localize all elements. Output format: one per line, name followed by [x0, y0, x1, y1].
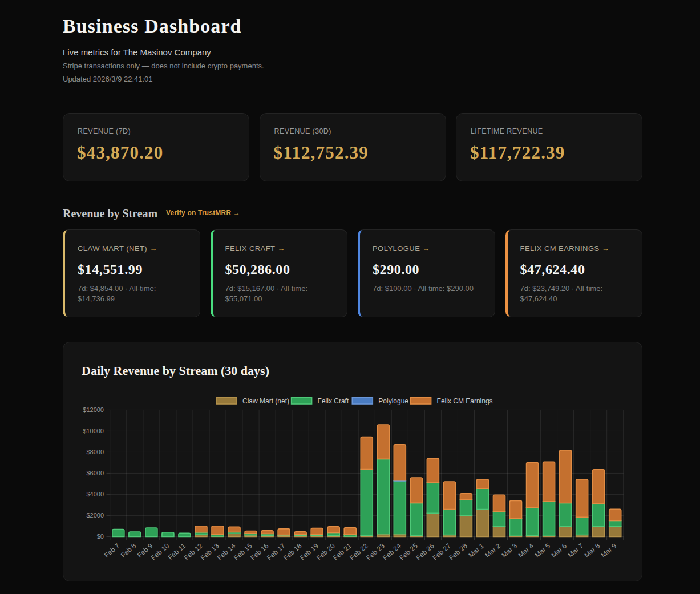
svg-text:Feb 10: Feb 10 [149, 542, 171, 561]
svg-text:Feb 8: Feb 8 [119, 542, 138, 559]
svg-text:Mar 7: Mar 7 [567, 542, 585, 559]
svg-text:Feb 15: Feb 15 [232, 542, 254, 561]
svg-text:Feb 21: Feb 21 [331, 542, 353, 561]
svg-text:$8000: $8000 [86, 448, 104, 455]
svg-text:Feb 28: Feb 28 [447, 542, 469, 561]
svg-text:Felix Craft: Felix Craft [318, 397, 349, 405]
svg-text:Mar 3: Mar 3 [500, 542, 519, 559]
svg-text:Feb 7: Feb 7 [103, 542, 122, 559]
svg-text:$2000: $2000 [86, 512, 104, 519]
svg-text:Mar 5: Mar 5 [533, 542, 552, 559]
svg-text:Feb 19: Feb 19 [298, 542, 320, 561]
svg-text:Feb 12: Feb 12 [183, 542, 204, 561]
svg-text:Feb 27: Feb 27 [431, 542, 452, 561]
svg-text:Mar 4: Mar 4 [517, 542, 536, 559]
svg-text:Feb 22: Feb 22 [348, 542, 370, 561]
svg-text:Mar 1: Mar 1 [467, 542, 486, 559]
svg-text:Mar 2: Mar 2 [484, 542, 503, 559]
svg-text:$6000: $6000 [86, 470, 104, 476]
svg-text:$12000: $12000 [83, 406, 104, 413]
svg-text:Mar 8: Mar 8 [583, 542, 602, 559]
svg-text:Mar 9: Mar 9 [600, 542, 618, 559]
svg-text:Polylogue: Polylogue [378, 397, 408, 405]
svg-text:Feb 26: Feb 26 [414, 542, 436, 561]
svg-text:Feb 20: Feb 20 [315, 542, 337, 561]
svg-text:Feb 14: Feb 14 [216, 542, 237, 561]
svg-text:Mar 6: Mar 6 [550, 542, 569, 559]
svg-text:Felix CM Earnings: Felix CM Earnings [437, 397, 493, 405]
svg-text:Feb 24: Feb 24 [381, 542, 403, 561]
svg-text:Feb 23: Feb 23 [365, 542, 386, 561]
svg-text:$10000: $10000 [83, 427, 104, 434]
svg-text:Claw Mart (net): Claw Mart (net) [242, 397, 289, 405]
svg-text:Feb 25: Feb 25 [398, 542, 419, 561]
svg-text:Feb 13: Feb 13 [199, 542, 221, 561]
svg-text:$4000: $4000 [86, 491, 104, 498]
svg-text:$0: $0 [97, 533, 104, 540]
svg-text:Feb 16: Feb 16 [249, 542, 270, 561]
svg-text:Feb 17: Feb 17 [265, 542, 287, 561]
svg-text:Feb 18: Feb 18 [282, 542, 304, 561]
